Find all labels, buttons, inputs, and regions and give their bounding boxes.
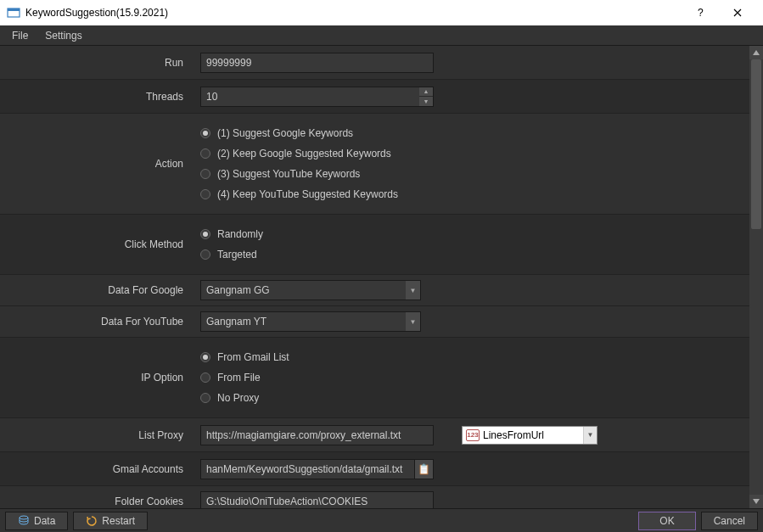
form-scroll: Run Threads ▲ ▼ Action <box>0 46 749 508</box>
database-icon <box>18 515 30 527</box>
row-threads: Threads ▲ ▼ <box>0 80 749 114</box>
close-button[interactable] <box>719 0 756 25</box>
radio-icon <box>200 352 210 362</box>
label-ip-option: IP Option <box>0 338 195 417</box>
label-list-proxy: List Proxy <box>0 418 195 451</box>
action-option-label: (2) Keep Google Suggested Keywords <box>217 148 391 160</box>
ip-option-noproxy[interactable]: No Proxy <box>200 392 289 404</box>
menu-file[interactable]: File <box>3 26 36 45</box>
main-area: Run Threads ▲ ▼ Action <box>0 46 763 508</box>
help-button[interactable]: ? <box>682 0 719 25</box>
chevron-down-icon[interactable]: ▼ <box>583 427 597 444</box>
menu-settings[interactable]: Settings <box>36 26 90 45</box>
label-run: Run <box>0 46 195 79</box>
action-option-3[interactable]: (3) Suggest YouTube Keywords <box>200 168 398 180</box>
label-folder-cookies: Folder Cookies <box>0 486 195 508</box>
restart-button[interactable]: Restart <box>73 512 148 530</box>
row-click-method: Click Method Randomly Targeted <box>0 215 749 275</box>
scrollbar-thumb[interactable] <box>751 59 761 229</box>
row-ip-option: IP Option From Gmail List From File No P… <box>0 338 749 418</box>
data-google-select[interactable] <box>200 280 421 300</box>
list-proxy-source-combo[interactable]: 123 LinesFromUrl ▼ <box>462 426 597 445</box>
action-option-label: (3) Suggest YouTube Keywords <box>217 168 360 180</box>
row-data-google: Data For Google ▼ <box>0 275 749 306</box>
action-option-label: (1) Suggest Google Keywords <box>217 127 353 139</box>
list-proxy-source-label: LinesFromUrl <box>483 429 544 441</box>
run-input[interactable] <box>200 53 434 73</box>
click-method-option-label: Randomly <box>217 228 263 240</box>
svg-point-3 <box>20 516 28 519</box>
click-method-radio-group: Randomly Targeted <box>200 220 263 269</box>
chevron-down-icon[interactable]: ▼ <box>406 311 421 332</box>
chevron-down-icon[interactable]: ▼ <box>406 280 421 300</box>
click-method-option-label: Targeted <box>217 249 257 260</box>
action-option-2[interactable]: (2) Keep Google Suggested Keywords <box>200 148 398 160</box>
data-button[interactable]: Data <box>5 512 68 530</box>
browse-file-button[interactable]: 📋 <box>415 459 434 479</box>
row-folder-cookies: Folder Cookies <box>0 486 749 508</box>
svg-text:?: ? <box>698 7 704 19</box>
folder-cookies-input[interactable] <box>200 491 434 508</box>
label-gmail-accounts: Gmail Accounts <box>0 452 195 485</box>
click-method-option-targeted[interactable]: Targeted <box>200 249 263 260</box>
bottombar: Data Restart OK Cancel <box>0 508 763 532</box>
label-action: Action <box>0 114 195 214</box>
threads-spin-up[interactable]: ▲ <box>419 87 433 98</box>
label-click-method: Click Method <box>0 215 195 274</box>
threads-spin-down[interactable]: ▼ <box>419 97 433 106</box>
window-title: KeywordSuggestion(15.9.2021) <box>25 7 682 19</box>
gmail-accounts-input[interactable] <box>200 459 415 479</box>
action-radio-group: (1) Suggest Google Keywords (2) Keep Goo… <box>200 119 398 209</box>
ip-option-label: From Gmail List <box>217 351 289 363</box>
restart-icon <box>86 515 98 527</box>
clipboard-icon: 📋 <box>418 463 430 475</box>
ok-button[interactable]: OK <box>638 512 695 530</box>
restart-button-label: Restart <box>102 515 135 527</box>
row-run: Run <box>0 46 749 80</box>
action-option-4[interactable]: (4) Keep YouTube Suggested Keywords <box>200 188 398 200</box>
svg-rect-1 <box>8 8 20 11</box>
data-youtube-select[interactable] <box>200 311 421 332</box>
radio-icon <box>200 128 210 138</box>
ip-option-label: No Proxy <box>217 392 259 404</box>
action-option-1[interactable]: (1) Suggest Google Keywords <box>200 127 398 139</box>
ip-option-gmail[interactable]: From Gmail List <box>200 351 289 363</box>
scroll-up-icon[interactable] <box>749 46 763 59</box>
threads-input[interactable] <box>200 87 434 107</box>
row-data-youtube: Data For YouTube ▼ <box>0 306 749 338</box>
scroll-down-icon[interactable] <box>749 495 763 508</box>
click-method-option-randomly[interactable]: Randomly <box>200 228 263 240</box>
label-threads: Threads <box>0 80 195 113</box>
label-data-google: Data For Google <box>0 275 195 305</box>
cancel-button[interactable]: Cancel <box>701 512 758 530</box>
app-icon <box>7 6 20 20</box>
ok-button-label: OK <box>659 515 674 527</box>
scrollbar[interactable] <box>749 46 763 508</box>
radio-icon <box>200 249 210 260</box>
row-action: Action (1) Suggest Google Keywords (2) K… <box>0 114 749 215</box>
label-data-youtube: Data For YouTube <box>0 306 195 337</box>
radio-icon <box>200 169 210 179</box>
ip-option-label: From File <box>217 372 261 384</box>
row-gmail-accounts: Gmail Accounts 📋 <box>0 452 749 486</box>
radio-icon <box>200 189 210 199</box>
row-list-proxy: List Proxy 123 LinesFromUrl ▼ <box>0 418 749 452</box>
radio-icon <box>200 372 210 383</box>
ip-option-radio-group: From Gmail List From File No Proxy <box>200 343 289 412</box>
menubar: File Settings <box>0 25 763 46</box>
data-button-label: Data <box>34 515 55 527</box>
action-option-label: (4) Keep YouTube Suggested Keywords <box>217 188 398 200</box>
list-proxy-input[interactable] <box>200 425 434 445</box>
radio-icon <box>200 229 210 239</box>
titlebar: KeywordSuggestion(15.9.2021) ? <box>0 0 763 25</box>
ip-option-file[interactable]: From File <box>200 372 289 384</box>
cancel-button-label: Cancel <box>714 515 745 527</box>
lines-icon: 123 <box>466 429 480 441</box>
radio-icon <box>200 393 210 403</box>
radio-icon <box>200 148 210 159</box>
